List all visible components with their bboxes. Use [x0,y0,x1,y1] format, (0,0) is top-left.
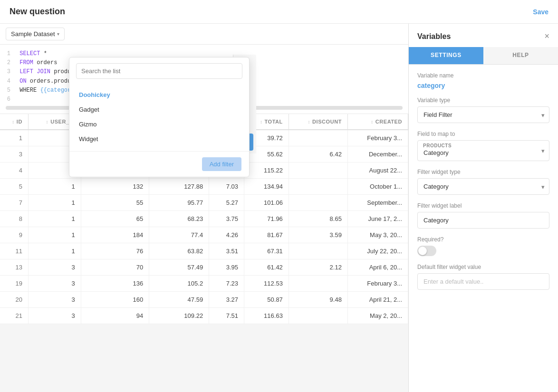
panel-tabs: SETTINGS HELP [409,47,558,65]
filter-widget-label-group: Filter widget label [417,202,549,229]
default-filter-group: Default filter widget value [417,264,549,290]
col-header-discount[interactable]: ↕DISCOUNT [289,114,347,130]
field-map-group: Field to map to Category PRODUCTS [417,131,549,161]
topbar: New question Save [0,0,558,24]
list-item-widget[interactable]: Widget [69,132,249,146]
default-filter-input[interactable] [417,273,549,290]
table-row: 21394109.227.51116.63May 2, 20... [0,308,408,324]
filter-widget-type-select-wrapper: Category [417,178,549,195]
filter-widget-type-select[interactable]: Category [417,178,549,195]
editor-toolbar: Sample Dataset ▾ [0,24,408,45]
save-button[interactable]: Save [533,8,548,16]
dropdown-footer: Add filter [69,151,249,177]
panel-close-button[interactable]: × [544,31,549,41]
default-filter-label: Default filter widget value [417,264,549,270]
variable-name-value: category [417,82,549,89]
dataset-selector[interactable]: Sample Dataset ▾ [6,28,65,40]
panel-title: Variables [417,32,451,41]
required-group: Required? [417,236,549,256]
panel-body: Variable name category Variable type Fie… [409,65,558,392]
table-row: 193136105.27.23112.53February 3... [0,276,408,292]
variable-name-group: Variable name category [417,72,549,89]
variable-name-label: Variable name [417,72,549,79]
field-map-label: Field to map to [417,131,549,137]
table-row: 1117663.823.5167.31July 22, 20... [0,243,408,259]
add-filter-button[interactable]: Add filter [202,157,241,171]
search-input[interactable] [76,63,242,79]
field-map-select[interactable]: Category [417,140,549,161]
required-label: Required? [417,236,549,243]
table-row: 816568.233.7571.968.65June 17, 2... [0,211,408,227]
table-row: 715595.775.27101.06September... [0,195,408,211]
table-row: 51132127.887.03134.94October 1... [0,179,408,195]
tab-help[interactable]: HELP [483,47,558,64]
variables-panel: Variables × SETTINGS HELP Variable name … [408,24,558,392]
field-map-select-wrapper: Category PRODUCTS [417,140,549,161]
variable-type-label: Variable type [417,97,549,104]
filter-widget-label-label: Filter widget label [417,202,549,209]
required-toggle[interactable] [417,246,436,256]
list-item-doohickey[interactable]: Doohickey [69,87,249,102]
col-header-created[interactable]: ↕CREATED [347,114,408,130]
list-item-gizmo[interactable]: Gizmo [69,117,249,132]
col-header-id[interactable]: ↕ID [0,114,28,130]
filter-widget-type-label: Filter widget type [417,169,549,175]
dataset-label: Sample Dataset [11,30,55,38]
list-item-gadget[interactable]: Gadget [69,102,249,117]
tab-settings[interactable]: SETTINGS [409,47,483,64]
required-toggle-row [417,246,549,256]
center-area: Sample Dataset ▾ 1 SELECT * 2 FROM order… [0,24,408,392]
table-row: 9118477.44.2681.673.59May 3, 20... [0,227,408,243]
page-title: New question [10,7,65,17]
panel-header: Variables × [409,24,558,47]
dropdown-list: Doohickey Gadget Gizmo Widget [69,85,249,151]
table-row: 1337057.493.9561.422.12April 6, 20... [0,259,408,276]
table-row: 20316047.593.2750.879.48April 21, 2... [0,292,408,308]
dropdown-search-area [69,57,249,85]
variable-type-group: Variable type Field Filter [417,97,549,123]
chevron-down-icon: ▾ [57,31,59,37]
variable-type-select-wrapper: Field Filter [417,106,549,123]
category-dropdown: Doohickey Gadget Gizmo Widget Add filter [69,57,250,177]
filter-widget-type-group: Filter widget type Category [417,169,549,195]
filter-widget-label-input[interactable] [417,212,549,229]
variable-type-select[interactable]: Field Filter [417,106,549,123]
main-layout: Sample Dataset ▾ 1 SELECT * 2 FROM order… [0,24,558,392]
